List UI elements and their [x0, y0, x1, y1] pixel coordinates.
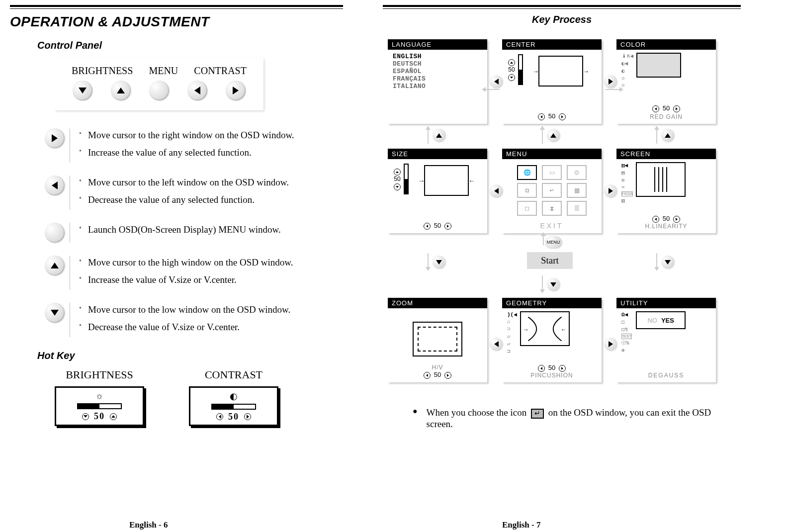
right-small-icon: [559, 365, 566, 372]
label-brightness: BRIGHTNESS: [72, 65, 133, 77]
zoom-sub: H/V: [393, 364, 482, 371]
divider: [70, 128, 70, 163]
hot-key-row: BRIGHTNESS ☼ 50 CONTRAST ◐ 50: [55, 368, 343, 426]
hotkey-contrast-value: 50: [228, 412, 239, 422]
brightness-bar: [77, 403, 122, 409]
osd-geometry-title: GEOMETRY: [502, 298, 602, 308]
right-small-icon: [444, 223, 451, 230]
menu-button[interactable]: [149, 81, 169, 100]
hotkey-contrast-label: CONTRAST: [189, 368, 278, 381]
down-small-icon: [82, 413, 89, 420]
hotkey-contrast-box: ◐ 50: [189, 386, 278, 426]
heading-hot-key: Hot Key: [37, 350, 343, 361]
osd-utility-title: UTILITY: [616, 298, 716, 308]
nav-left-button[interactable]: [490, 75, 503, 88]
left-small-icon: [538, 365, 545, 372]
language-list: ENGLISH DEUTSCH ESPAÑOL FRANÇAIS ITALIAN…: [393, 53, 482, 90]
osd-language-card: LANGUAGE ENGLISH DEUTSCH ESPAÑOL FRANÇAI…: [388, 39, 487, 124]
right-small-icon: [673, 105, 680, 112]
lang-italiano: ITALIANO: [393, 83, 482, 90]
left-small-icon: [652, 216, 659, 223]
utility-footer: DEGAUSS: [621, 372, 711, 379]
center-preview-screen: →→: [538, 56, 583, 87]
osd-size-title: SIZE: [388, 149, 487, 159]
nav-right-button[interactable]: [604, 75, 617, 88]
divider: [70, 303, 70, 337]
exit-note: ● When you choose the icon on the OSD wi…: [413, 407, 731, 430]
zoom-preview: [413, 322, 462, 356]
def-left-line2: Decrease the value of any selected funct…: [88, 193, 255, 207]
heading-control-panel: Control Panel: [37, 40, 343, 51]
osd-menu-card: MENU 🌐 ▭ ⊙ ⧉ ↵ ▦ ◻ ⧗ ☰ EXIT: [502, 149, 602, 233]
brightness-up-button[interactable]: [111, 81, 131, 100]
down-small-icon: [508, 74, 515, 81]
up-small-icon: [110, 413, 117, 420]
center-v-value: 50: [507, 66, 516, 73]
triangle-right-icon: [609, 341, 613, 347]
triangle-up-icon: [665, 133, 671, 138]
menu-icon-color: ⊙: [567, 165, 587, 180]
up-small-icon: [508, 59, 515, 66]
def-right-line1: Move cursor to the right window on the O…: [88, 128, 294, 143]
down-small-icon: [394, 183, 401, 190]
triangle-up-icon: [51, 263, 59, 268]
def-row-right: •Move cursor to the right window on the …: [45, 128, 343, 163]
hotkey-brightness-value: 50: [94, 411, 105, 422]
menu-physical-button[interactable]: MENU: [545, 236, 562, 248]
osd-zoom-title: ZOOM: [388, 298, 487, 308]
faint-arrow-up: [656, 129, 657, 144]
exit-icon: [531, 409, 544, 419]
triangle-down-icon: [79, 88, 87, 93]
note-before: When you choose the icon: [427, 407, 529, 418]
nav-right-button[interactable]: [604, 338, 617, 351]
contrast-left-button[interactable]: [187, 81, 207, 100]
nav-left-button[interactable]: [490, 184, 503, 197]
osd-menu-title: MENU: [502, 149, 602, 159]
color-swatch: [636, 53, 681, 78]
menu-exit-label: EXIT: [507, 222, 597, 230]
nav-up-button[interactable]: [547, 129, 560, 142]
right-small-icon: [559, 113, 566, 120]
geometry-value: 50: [548, 364, 555, 371]
menu-icon-screen: ▦: [567, 183, 587, 198]
contrast-right-button[interactable]: [226, 81, 246, 100]
nav-down-button[interactable]: [433, 256, 445, 268]
osd-size-card: SIZE 50 →← 50: [388, 149, 487, 233]
right-small-icon: [444, 372, 451, 379]
label-contrast: CONTRAST: [194, 65, 247, 77]
up-small-icon: [394, 169, 401, 176]
nav-down-button[interactable]: [547, 278, 560, 291]
menu-icon-exit: ↵: [542, 183, 562, 198]
menu-icon-center: ▭: [542, 165, 562, 180]
center-h-value: 50: [548, 112, 555, 120]
triangle-left-icon: [52, 181, 58, 189]
right-small-icon: [244, 413, 251, 420]
nav-down-button[interactable]: [661, 256, 674, 268]
zoom-value: 50: [434, 371, 441, 378]
right-small-icon: [673, 216, 680, 223]
triangle-left-icon: [194, 87, 200, 94]
faint-arrow-up: [428, 129, 429, 144]
geometry-footer: PINCUSHION: [507, 372, 597, 379]
brightness-down-button[interactable]: [73, 81, 92, 100]
left-small-icon: [424, 372, 431, 379]
label-menu: MENU: [149, 65, 178, 77]
faint-arrow-down: [428, 253, 429, 268]
def-row-left: •Move cursor to the left window on the O…: [45, 176, 343, 210]
triangle-down-icon: [665, 260, 671, 265]
down-button-icon: [45, 303, 65, 323]
start-label: Start: [541, 255, 559, 266]
size-v-value: 50: [393, 176, 402, 182]
top-rule-right: [383, 5, 741, 9]
top-rule-left: [10, 5, 343, 9]
osd-screen-title: SCREEN: [616, 149, 716, 159]
nav-up-button[interactable]: [661, 129, 674, 142]
nav-right-button[interactable]: [604, 184, 617, 197]
def-row-menu: •Launch OSD(On-Screen Display) MENU wind…: [45, 223, 343, 243]
nav-left-button[interactable]: [490, 338, 503, 351]
control-panel-card: BRIGHTNESS MENU CONTRAST: [55, 58, 263, 110]
lang-espanol: ESPAÑOL: [393, 68, 482, 75]
osd-center-title: CENTER: [502, 39, 602, 50]
nav-up-button[interactable]: [433, 129, 445, 142]
size-h-value: 50: [434, 222, 441, 229]
